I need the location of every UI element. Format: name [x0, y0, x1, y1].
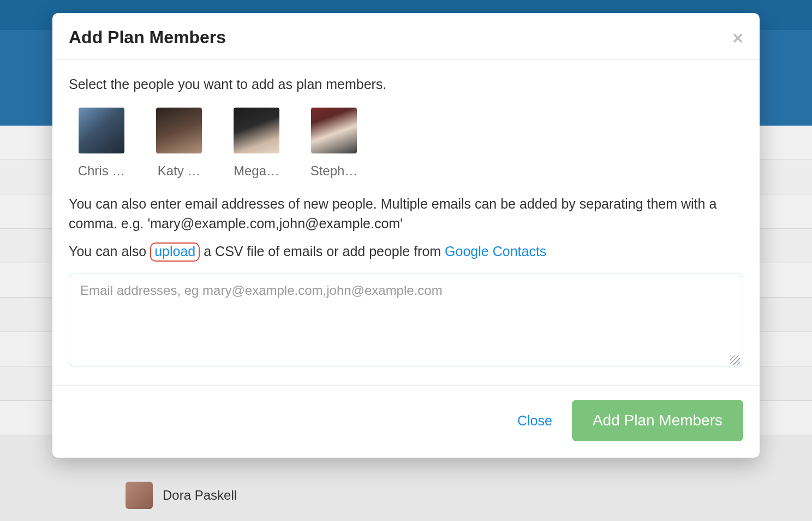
- person-name: Katy …: [158, 163, 201, 179]
- person-name: Chris …: [78, 163, 126, 179]
- email-addresses-input[interactable]: [69, 274, 743, 366]
- modal-footer: Close Add Plan Members: [52, 385, 760, 458]
- avatar: [79, 108, 124, 153]
- modal-header: Add Plan Members ×: [52, 13, 760, 60]
- avatar: [156, 108, 202, 153]
- background-member-list: Dora Paskell: [0, 470, 812, 521]
- email-entry-note: You can also enter email addresses of ne…: [69, 194, 743, 234]
- close-icon[interactable]: ×: [732, 28, 743, 47]
- modal-title: Add Plan Members: [69, 27, 226, 48]
- person-option[interactable]: Katy …: [152, 108, 206, 179]
- background-member-row: Dora Paskell: [22, 475, 790, 516]
- people-selection-row: Chris … Katy … Mega… Steph…: [74, 108, 743, 179]
- upload-link[interactable]: upload: [154, 244, 195, 259]
- csv-upload-note: You can also upload a CSV file of emails…: [69, 242, 743, 262]
- csv-text-prefix: You can also: [69, 244, 150, 259]
- background-member-name: Dora Paskell: [163, 488, 237, 503]
- add-plan-members-modal: Add Plan Members × Select the people you…: [52, 13, 760, 458]
- avatar: [234, 108, 279, 153]
- select-people-instruction: Select the people you want to add as pla…: [69, 76, 743, 92]
- add-plan-members-button[interactable]: Add Plan Members: [572, 400, 743, 441]
- person-option[interactable]: Steph…: [307, 108, 361, 179]
- avatar: [311, 108, 357, 153]
- google-contacts-link[interactable]: Google Contacts: [445, 244, 546, 259]
- modal-body: Select the people you want to add as pla…: [52, 60, 760, 385]
- person-option[interactable]: Mega…: [229, 108, 284, 179]
- person-name: Steph…: [311, 163, 358, 179]
- close-button[interactable]: Close: [517, 413, 552, 429]
- avatar: [126, 482, 153, 509]
- person-name: Mega…: [234, 163, 279, 179]
- person-option[interactable]: Chris …: [74, 108, 129, 179]
- email-input-wrapper: [69, 274, 743, 369]
- csv-text-mid: a CSV file of emails or add people from: [200, 244, 445, 259]
